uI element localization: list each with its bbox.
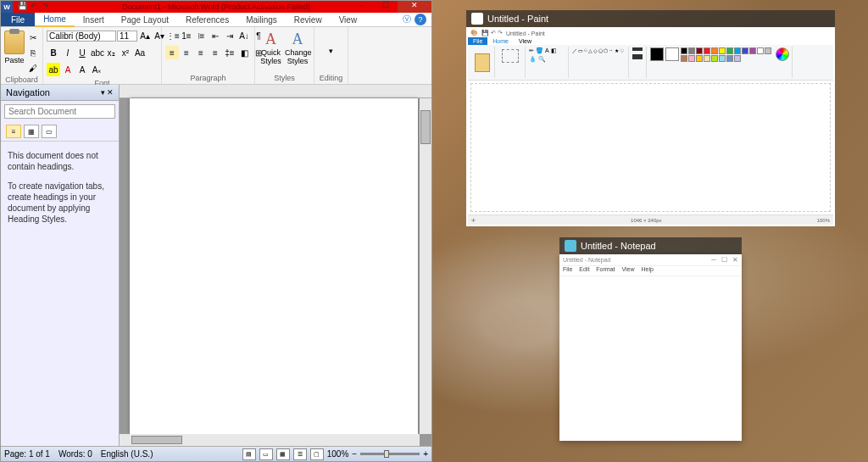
help-icon[interactable]: ? [415,14,426,25]
color-swatch[interactable] [726,47,733,54]
format-painter-icon[interactable]: 🖌 [26,61,40,75]
close-button[interactable]: ✕ [398,1,431,13]
zoom-icon[interactable]: 🔍 [538,56,546,63]
font-color-button[interactable]: A [61,63,75,76]
justify-button[interactable]: ≡ [209,46,222,59]
maximize-button[interactable]: ☐ [374,1,398,13]
color-swatch[interactable] [711,47,718,54]
tab-insert[interactable]: Insert [75,14,113,26]
cut-icon[interactable]: ✂ [26,31,40,44]
align-right-button[interactable]: ≡ [194,46,208,59]
save-icon[interactable]: 💾 [17,2,27,12]
italic-button[interactable]: I [61,46,75,59]
redo-icon[interactable]: ↷ [41,2,51,12]
align-left-button[interactable]: ≡ [165,46,179,59]
tab-mailings[interactable]: Mailings [237,14,286,26]
color2-swatch[interactable] [665,47,679,61]
decrease-indent-button[interactable]: ⇤ [209,29,222,42]
eraser-icon[interactable]: ◧ [551,47,557,54]
scrollbar-thumb[interactable] [420,110,431,144]
superscript-button[interactable]: x² [119,46,132,59]
nav-close-icon[interactable]: ✕ [107,88,114,97]
nav-dropdown-icon[interactable]: ▾ [101,88,105,97]
np-menu-help[interactable]: Help [642,266,654,276]
view-print-layout-button[interactable]: ▤ [242,448,256,460]
color-swatch[interactable] [688,55,695,62]
change-styles-button[interactable]: A Change Styles [285,29,310,65]
paint-view-tab[interactable]: View [514,37,537,45]
np-menu-file[interactable]: File [563,266,572,276]
paint-canvas[interactable] [470,83,831,212]
status-words[interactable]: Words: 0 [58,449,92,459]
color-swatch[interactable] [681,55,687,62]
view-web-layout-button[interactable]: ▦ [276,448,290,460]
pencil-icon[interactable]: ✏ [529,47,534,54]
tab-references[interactable]: References [177,14,237,26]
nav-tab-pages[interactable]: ▦ [24,125,39,138]
minimize-button[interactable]: ─ [350,1,374,13]
sort-button[interactable]: A↓ [237,29,251,42]
notepad-window-thumbnail[interactable]: Untitled - Notepad ─ ☐ ✕ File Edit Forma… [559,254,742,441]
nav-tab-headings[interactable]: ≡ [6,125,21,138]
tab-view[interactable]: View [331,14,366,26]
picker-icon[interactable]: 💧 [529,56,537,63]
zoom-level[interactable]: 100% [327,449,349,459]
font-name-select[interactable] [47,31,116,42]
text-effects-button[interactable]: A [75,63,89,76]
color-swatch[interactable] [749,47,756,54]
tab-page-layout[interactable]: Page Layout [113,14,177,26]
zoom-in-button[interactable]: + [423,449,428,459]
edit-colors-icon[interactable] [776,47,789,61]
view-draft-button[interactable]: ▢ [310,448,324,460]
quick-styles-button[interactable]: A Quick Styles [259,29,283,65]
bullets-button[interactable]: ⋮≡ [165,29,179,42]
np-close-icon[interactable]: ✕ [732,256,738,264]
vertical-scrollbar[interactable] [420,98,431,434]
nav-tab-results[interactable]: ▭ [42,125,57,138]
color-swatch[interactable] [688,47,695,54]
numbering-button[interactable]: 1≡ [180,29,193,42]
strikethrough-button[interactable]: abc [90,46,103,59]
color-swatch[interactable] [711,55,718,62]
color-swatch[interactable] [704,55,710,62]
fill-icon[interactable]: 🪣 [536,47,543,54]
color-swatch[interactable] [757,47,764,54]
copy-icon[interactable]: ⎘ [26,46,40,59]
bold-button[interactable]: B [47,46,60,59]
font-size-select[interactable] [117,31,137,42]
color-swatch[interactable] [681,47,687,54]
color-swatch[interactable] [742,47,748,54]
align-center-button[interactable]: ≡ [180,46,193,59]
editing-dropdown-icon[interactable]: ▾ [329,47,333,55]
scrollbar-thumb[interactable] [131,436,182,444]
tab-home[interactable]: Home [35,13,75,27]
line-spacing-button[interactable]: ‡≡ [223,46,236,59]
color-swatch[interactable] [696,55,703,62]
zoom-slider[interactable] [360,453,420,455]
color-swatch[interactable] [719,47,726,54]
word-titlebar[interactable]: W 💾 ↶ ↷ Document1 - Microsoft Word (Prod… [1,1,431,13]
multilevel-list-button[interactable]: ⁝≡ [194,29,208,42]
color-swatch[interactable] [704,47,710,54]
highlight-button[interactable]: ab [47,63,60,76]
color-swatch[interactable] [726,55,733,62]
paint-home-tab[interactable]: Home [487,37,514,45]
subscript-button[interactable]: x₂ [104,46,118,59]
tab-file[interactable]: File [1,13,35,26]
paint-taskbar-preview[interactable]: Untitled - Paint 🎨 💾 ↶ ↷ Untitled - Pain… [466,10,835,226]
color-swatch[interactable] [734,55,741,62]
paste-button[interactable]: Paste [4,29,25,64]
color-swatch[interactable] [719,55,726,62]
color-swatch[interactable] [696,47,703,54]
np-menu-edit[interactable]: Edit [579,266,589,276]
tab-review[interactable]: Review [286,14,331,26]
undo-icon[interactable]: ↶ [29,2,39,12]
paint-paste-icon[interactable] [475,53,490,72]
color-swatch[interactable] [765,47,771,54]
change-case-button[interactable]: Aa [133,46,147,59]
zoom-out-button[interactable]: − [352,449,357,459]
color1-swatch[interactable] [650,47,664,61]
increase-indent-button[interactable]: ⇥ [223,29,236,42]
paint-select-icon[interactable] [502,49,519,63]
grow-font-icon[interactable]: A▴ [138,29,152,42]
